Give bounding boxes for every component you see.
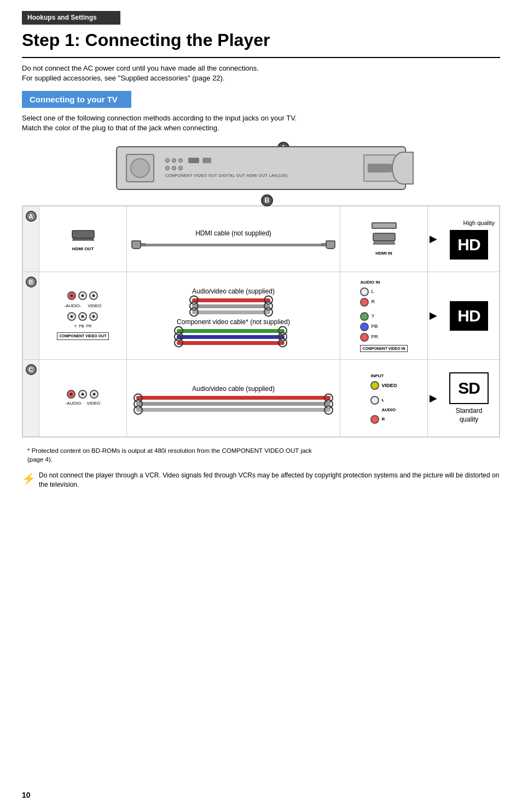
comp-in-ports: AUDIO IN L R Y PB	[360, 279, 407, 352]
row-destination-c: INPUT VIDEO L AUDIO R	[340, 360, 428, 436]
section-header-label: Hookups and Settings	[22, 11, 120, 25]
intro-text: Do not connect the AC power cord until y…	[22, 64, 500, 83]
warning-section: ⚡ Do not connect the player through a VC…	[22, 471, 500, 490]
intro-line2: For supplied accessories, see "Supplied …	[22, 73, 500, 83]
hd-badge-b: HD	[450, 301, 488, 331]
arrow-a: ▶	[428, 206, 439, 272]
hd-badge-a: HD	[450, 230, 488, 260]
select-line2: Match the color of the plug to that of t…	[22, 123, 500, 133]
arrow-c: ▶	[428, 360, 439, 436]
row-cable-a: HDMI cable (not supplied)	[127, 206, 340, 272]
row-source-c: -AUDIO-VIDEO	[39, 360, 127, 436]
footnote: * Protected content on BD-ROMs is output…	[22, 446, 500, 464]
hdmi-in-label: HDMI IN	[375, 250, 392, 256]
connection-row-b: B -AUDIO-VIDEO	[23, 272, 499, 360]
row-source-a: HDMI OUT	[39, 206, 127, 272]
select-line1: Select one of the following connection m…	[22, 113, 500, 123]
row-destination-b: AUDIO IN L R Y PB	[340, 272, 428, 359]
subsection-title: Connecting to your TV	[22, 91, 131, 108]
callout-b: B	[261, 194, 273, 206]
page-number: 10	[22, 790, 31, 801]
hdmi-out-port: HDMI OUT	[69, 226, 97, 252]
row-quality-c: SD Standardquality	[439, 360, 499, 436]
connection-row-c: C -AUDIO-VIDEO Audi	[23, 360, 499, 436]
section-header: Hookups and Settings	[22, 11, 500, 28]
page-title: Step 1: Connecting the Player	[22, 28, 500, 58]
row-cable-b: Audio/video cable (supplied) Component v…	[127, 272, 340, 359]
hdmi-out-label: HDMI OUT	[72, 246, 94, 252]
svg-rect-1	[373, 233, 395, 241]
comp-cables-b	[177, 329, 284, 345]
warning-text: Do not connect the player through a VCR.…	[39, 471, 500, 490]
row-destination-a: HDMI IN	[340, 206, 428, 272]
warning-icon: ⚡	[22, 471, 36, 486]
av-cables-b	[192, 298, 270, 314]
sd-badge-c: SD	[449, 372, 489, 404]
arrow-b: ▶	[428, 272, 439, 359]
device-diagram: C A	[22, 142, 500, 194]
row-quality-b: HD	[439, 272, 499, 359]
intro-line1: Do not connect the AC power cord until y…	[22, 64, 500, 73]
row-label-b: B	[23, 272, 39, 359]
row-quality-a: High quality HD	[439, 206, 499, 272]
comp-out-label: COMPONENT VIDEO OUT	[57, 332, 109, 340]
row-cable-c: Audio/video cable (supplied)	[127, 360, 340, 436]
cable-label-a: HDMI cable (not supplied)	[195, 229, 271, 238]
select-text: Select one of the following connection m…	[22, 113, 500, 133]
svg-rect-0	[72, 231, 94, 238]
row-label-c: C	[23, 360, 39, 436]
quality-label-a: High quality	[463, 219, 495, 227]
connection-row-a: A HDMI OUT HDMI cable (not supplied)	[23, 206, 499, 272]
connections-area: A HDMI OUT HDMI cable (not supplied)	[22, 205, 500, 437]
comp-in-label: COMPONENT VIDEO IN	[360, 345, 407, 353]
hdmi-in-port: HDMI IN	[370, 222, 398, 256]
row-source-b: -AUDIO-VIDEO YPBPR COMPONENT VIDEO OUT	[39, 272, 127, 359]
hdmi-cable-visual	[131, 240, 335, 249]
row-label-a: A	[23, 206, 39, 272]
component-out-ports: -AUDIO-VIDEO YPBPR COMPONENT VIDEO OUT	[57, 291, 109, 340]
subsection-header: Connecting to your TV	[22, 91, 500, 113]
av-out-ports-c: -AUDIO-VIDEO	[66, 390, 101, 406]
av-cable-label-b: Audio/video cable (supplied)	[192, 287, 275, 296]
av-cables-c	[136, 396, 330, 412]
cable-label-c: Audio/video cable (supplied)	[192, 384, 275, 394]
comp-cable-label-b: Component video cable* (not supplied)	[177, 318, 290, 327]
av-in-ports-c: INPUT VIDEO L AUDIO R	[370, 373, 397, 424]
standard-quality-label: Standardquality	[456, 406, 483, 425]
